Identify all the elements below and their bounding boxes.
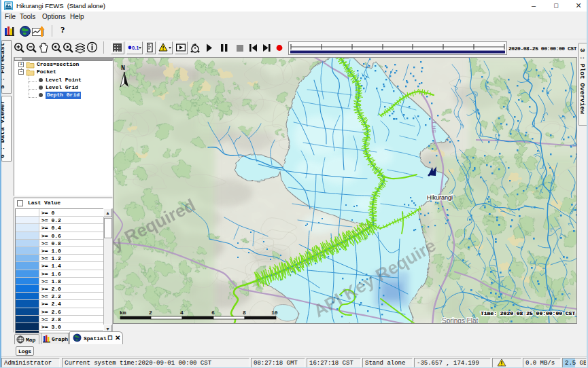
svg-text:8: 8 (243, 310, 246, 316)
svg-text:10: 10 (271, 310, 278, 316)
svg-text:3 : Plot Overview: 3 : Plot Overview (578, 48, 586, 114)
svg-text:Hikurangi: Hikurangi (427, 194, 453, 201)
svg-text:Springs Flat: Springs Flat (442, 317, 479, 324)
svg-text:2: 2 (149, 310, 152, 316)
svg-text:4: 4 (180, 310, 184, 316)
svg-text:km: km (120, 310, 126, 316)
svg-text:6 : Data Viewer: 6 : Data Viewer (1, 100, 6, 158)
svg-text:0.1: 0.1 (132, 45, 139, 51)
svg-text:SH 1: SH 1 (431, 121, 437, 133)
svg-text:Time: 2020-08-25 00:00:00 CST: Time: 2020-08-25 00:00:00 CST (481, 310, 575, 316)
svg-text:6: 6 (211, 310, 215, 316)
svg-text:N: N (121, 65, 125, 72)
svg-text:5 : Forecast: 5 : Forecast (1, 43, 6, 89)
